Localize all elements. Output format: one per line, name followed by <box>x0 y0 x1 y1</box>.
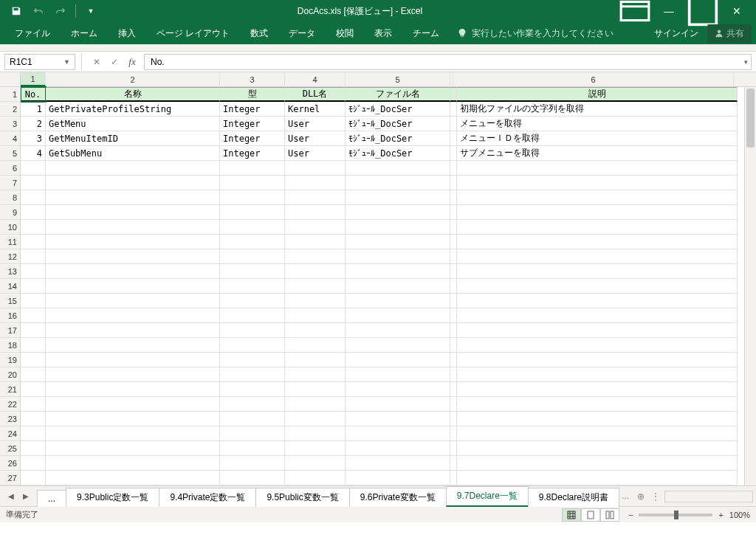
cell[interactable] <box>285 323 346 338</box>
cell[interactable] <box>346 235 450 249</box>
tab-file[interactable]: ファイル <box>4 22 61 44</box>
tab-split-handle[interactable]: ⋮ <box>650 491 662 502</box>
cell[interactable] <box>346 426 450 441</box>
cell[interactable] <box>46 294 220 308</box>
formula-input[interactable]: No. ▾ <box>144 54 752 70</box>
cell[interactable] <box>450 397 457 412</box>
cell[interactable] <box>21 279 46 294</box>
cell[interactable] <box>220 176 285 190</box>
cell[interactable] <box>457 323 738 338</box>
cell[interactable] <box>346 338 450 353</box>
cell[interactable] <box>457 397 738 412</box>
cell[interactable] <box>457 176 738 190</box>
tab-home[interactable]: ホーム <box>61 22 108 44</box>
cell[interactable] <box>450 190 457 205</box>
cell[interactable] <box>450 382 457 397</box>
signin-link[interactable]: サインイン <box>645 27 707 40</box>
cell[interactable]: Integer <box>220 146 285 161</box>
cell[interactable] <box>220 220 285 235</box>
cell[interactable] <box>285 353 346 367</box>
row-header[interactable]: 11 <box>0 235 20 249</box>
horizontal-scrollbar[interactable] <box>664 491 753 502</box>
cell[interactable]: GetPrivateProfileString <box>46 102 220 117</box>
row-header[interactable]: 19 <box>0 353 20 367</box>
cell[interactable] <box>21 308 46 323</box>
row-header[interactable]: 21 <box>0 382 20 397</box>
cell[interactable]: 4 <box>21 146 46 161</box>
cell[interactable] <box>285 338 346 353</box>
row-header[interactable]: 20 <box>0 367 20 382</box>
row-header[interactable]: 14 <box>0 279 20 294</box>
cell[interactable] <box>450 102 457 117</box>
name-box[interactable]: R1C1 ▼ <box>4 54 75 70</box>
redo-button[interactable] <box>50 2 71 20</box>
cell[interactable] <box>457 441 738 456</box>
tab-formulas[interactable]: 数式 <box>240 22 278 44</box>
cell[interactable] <box>21 323 46 338</box>
cell[interactable] <box>220 367 285 382</box>
cell[interactable] <box>46 338 220 353</box>
cell[interactable] <box>450 87 457 102</box>
cell[interactable] <box>220 235 285 249</box>
column-header[interactable]: 4 <box>285 72 346 86</box>
cell[interactable] <box>285 190 346 205</box>
cell[interactable] <box>450 441 457 456</box>
cell[interactable] <box>285 382 346 397</box>
cell[interactable] <box>450 235 457 249</box>
cell[interactable] <box>285 176 346 190</box>
cell[interactable] <box>220 353 285 367</box>
cell[interactable]: 初期化ファイルの文字列を取得 <box>457 102 738 117</box>
cell[interactable] <box>457 294 738 308</box>
cell[interactable]: User <box>285 131 346 146</box>
cell[interactable] <box>450 220 457 235</box>
cell[interactable] <box>450 426 457 441</box>
cell[interactable]: Integer <box>220 117 285 131</box>
cell[interactable] <box>450 294 457 308</box>
view-pagebreak-button[interactable] <box>600 508 619 522</box>
column-header[interactable]: 3 <box>220 72 285 86</box>
cell[interactable] <box>285 471 346 485</box>
cell[interactable]: サブメニューを取得 <box>457 146 738 161</box>
cell[interactable]: GetSubMenu <box>46 146 220 161</box>
cell[interactable] <box>220 308 285 323</box>
cell[interactable] <box>21 426 46 441</box>
cell[interactable] <box>457 367 738 382</box>
cell[interactable] <box>46 279 220 294</box>
cell[interactable] <box>285 220 346 235</box>
cell[interactable] <box>46 176 220 190</box>
tab-scroll-left[interactable]: ◀ <box>4 490 18 503</box>
close-button[interactable]: ✕ <box>721 1 753 21</box>
cell[interactable] <box>285 264 346 279</box>
cell[interactable] <box>457 279 738 294</box>
cell[interactable] <box>450 323 457 338</box>
row-header[interactable]: 16 <box>0 308 20 323</box>
cell[interactable] <box>46 426 220 441</box>
expand-formula-icon[interactable]: ▾ <box>744 58 748 66</box>
cell[interactable] <box>46 190 220 205</box>
cell[interactable] <box>450 308 457 323</box>
column-header[interactable]: 5 <box>346 72 450 86</box>
cell[interactable] <box>450 146 457 161</box>
sheet-tab[interactable]: 9.5Public変数一覧 <box>255 488 349 507</box>
cell[interactable] <box>21 235 46 249</box>
cell[interactable]: ファイル名 <box>346 87 450 102</box>
row-header[interactable]: 9 <box>0 205 20 220</box>
cell[interactable] <box>346 441 450 456</box>
cell[interactable]: No. <box>21 87 46 102</box>
cell[interactable] <box>285 294 346 308</box>
cell[interactable] <box>346 412 450 426</box>
cell[interactable] <box>46 471 220 485</box>
share-button[interactable]: 共有 <box>707 24 752 43</box>
cell[interactable]: 2 <box>21 117 46 131</box>
row-header[interactable]: 18 <box>0 338 20 353</box>
cell[interactable] <box>457 426 738 441</box>
cell[interactable]: User <box>285 146 346 161</box>
cell[interactable] <box>21 338 46 353</box>
ribbon-options-button[interactable] <box>619 1 651 21</box>
cell[interactable] <box>450 412 457 426</box>
cell[interactable] <box>46 264 220 279</box>
sheet-tab[interactable]: 9.3Public定数一覧 <box>66 488 159 507</box>
cell[interactable]: DLL名 <box>285 87 346 102</box>
cell[interactable]: Integer <box>220 102 285 117</box>
row-header[interactable]: 23 <box>0 412 20 426</box>
